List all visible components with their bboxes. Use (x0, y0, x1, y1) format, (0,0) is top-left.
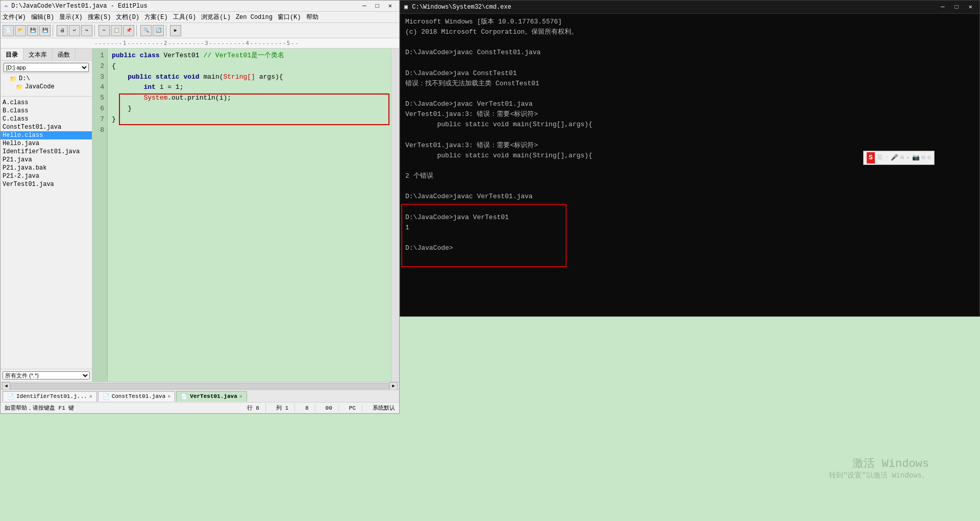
file-tree: [D:] app 📁 D:\ 📁 JavaCode (1, 61, 92, 92)
close-button[interactable]: ✕ (385, 2, 395, 10)
tree-item-d[interactable]: 📁 D:\ (2, 75, 91, 83)
cmd-minimize[interactable]: ─ (938, 4, 947, 11)
tab-label-1: ConstTest01.java (112, 393, 166, 399)
ime-grid[interactable]: ⊞ (900, 153, 904, 163)
windows-watermark: 激活 Windows 转到"设置"以激活 Windows。 (829, 456, 929, 480)
cmd-line-18 (405, 202, 974, 212)
menu-tools[interactable]: 工具(G) (173, 13, 197, 21)
bottom-tab-2[interactable]: 📄 VerTest01.java ✕ (176, 391, 247, 401)
file-item-4[interactable]: Hello.class (1, 131, 92, 139)
file-item-10[interactable]: VerTest01.java (1, 180, 92, 188)
run-btn[interactable]: ▶ (170, 25, 181, 36)
desktop-area: 激活 Windows 转到"设置"以激活 Windows。 (400, 317, 980, 521)
menu-file[interactable]: 文件(W) (3, 13, 26, 21)
menu-edit[interactable]: 编辑(B) (31, 13, 55, 21)
tab-icon-1: 📄 (103, 393, 110, 400)
menu-browser[interactable]: 浏览器(L) (201, 13, 231, 21)
cmd-line-5: D:\JavaCode>java ConstTest01 (405, 68, 974, 79)
sep4 (166, 25, 168, 36)
paste-btn[interactable]: 📌 (123, 25, 134, 36)
tree-item-javacode[interactable]: 📁 JavaCode (2, 83, 91, 91)
cmd-line-7 (405, 89, 974, 99)
ime-cam[interactable]: 📷 (912, 153, 920, 163)
menu-zencoding[interactable]: Zen Coding (236, 14, 273, 21)
ime-star[interactable]: ✦ (906, 153, 910, 163)
file-item-7[interactable]: P21.java (1, 156, 92, 164)
redo-btn[interactable]: ↪ (81, 25, 92, 36)
watermark-line2: 转到"设置"以激活 Windows。 (829, 471, 929, 480)
file-item-2[interactable]: C.class (1, 115, 92, 123)
menu-scheme[interactable]: 方案(E) (144, 13, 168, 21)
file-item-9[interactable]: P21-2.java (1, 172, 92, 180)
file-item-8[interactable]: P21.java.bak (1, 164, 92, 172)
cmd-line-16 (405, 181, 974, 192)
editplus-title: D:\JavaCode\VerTest01.java - EditPlus (11, 3, 147, 10)
tree-item-d-label: D:\ (19, 75, 30, 82)
menu-search[interactable]: 搜索(S) (88, 13, 111, 21)
undo-btn[interactable]: ↩ (69, 25, 80, 36)
maximize-button[interactable]: □ (373, 3, 382, 10)
sep2 (94, 25, 96, 36)
cmd-line-2 (405, 37, 974, 48)
print-button[interactable]: 🖨 (57, 25, 68, 36)
find-btn[interactable]: 🔍 (140, 25, 152, 36)
open-button[interactable]: 📂 (15, 25, 26, 36)
status-encoding: 系统默认 (373, 404, 395, 412)
bottom-tab-1[interactable]: 📄 ConstTest01.java ✕ (98, 391, 176, 401)
scroll-left[interactable]: ◀ (2, 382, 10, 390)
menubar: 文件(W) 编辑(B) 显示(X) 搜索(S) 文档(D) 方案(E) 工具(G… (1, 12, 399, 23)
tab-functions[interactable]: 函数 (53, 49, 76, 60)
sidebar-tabs: 目录 文本库 函数 (1, 49, 92, 61)
menu-doc[interactable]: 文档(D) (116, 13, 139, 21)
toolbar: 📄 📂 💾 💾 🖨 ↩ ↪ ✂ 📋 📌 🔍 🔄 ▶ (1, 23, 399, 38)
status-num00: 00 (326, 405, 339, 411)
tab-close-0[interactable]: ✕ (89, 393, 92, 399)
cmd-line-10: public static void main(String[],args){ (405, 120, 974, 130)
ruler: -------1---------2---------3---------4--… (1, 38, 399, 49)
status-bar: 如需帮助，请按键盘 F1 键 行 8 列 1 8 00 PC 系统默认 (1, 402, 399, 413)
ime-toolbar: S 英 · 🎤 ⊞ ✦ 📷 ⊞ ⚙ (863, 151, 935, 165)
ime-settings[interactable]: ⚙ (927, 153, 931, 163)
cmd-line-19: D:\JavaCode>java VerTest01 (405, 212, 974, 223)
file-item-6[interactable]: IdentifierTest01.java (1, 148, 92, 156)
tab-textlib[interactable]: 文本库 (23, 49, 53, 60)
file-filter[interactable]: 所有文件 (*.*) (3, 371, 90, 380)
tab-directory[interactable]: 目录 (1, 49, 23, 60)
sep3 (136, 25, 138, 36)
file-item-5[interactable]: Hello.java (1, 139, 92, 148)
ime-lang[interactable]: 英 (877, 153, 883, 163)
cmd-maximize[interactable]: □ (952, 4, 962, 11)
file-item-1[interactable]: B.class (1, 107, 92, 115)
code-content[interactable]: public class VerTest01 // VerTest01是一个类名… (108, 49, 391, 382)
saveall-button[interactable]: 💾 (39, 25, 51, 36)
new-button[interactable]: 📄 (3, 25, 14, 36)
tab-close-1[interactable]: ✕ (167, 393, 170, 399)
tab-close-2[interactable]: ✕ (239, 393, 242, 399)
ime-apps[interactable]: ⊞ (922, 153, 925, 163)
replace-btn[interactable]: 🔄 (153, 25, 164, 36)
drive-selector[interactable]: [D:] app (4, 63, 89, 72)
code-editor[interactable]: 1 2 3 4 5 6 7 8 public class VerTest01 /… (92, 49, 399, 382)
menu-help[interactable]: 帮助 (306, 13, 318, 21)
ime-mic[interactable]: 🎤 (891, 153, 898, 163)
scroll-right[interactable]: ▶ (389, 382, 398, 390)
cut-btn[interactable]: ✂ (99, 25, 110, 36)
cmd-window: ▣ C:\Windows\System32\cmd.exe ─ □ ✕ Micr… (400, 0, 980, 317)
minimize-button[interactable]: ─ (359, 3, 369, 10)
file-item-3[interactable]: ConstTest01.java (1, 123, 92, 131)
status-row: 行 8 (247, 404, 266, 412)
file-item-0[interactable]: A.class (1, 99, 92, 107)
vertical-scrollbar[interactable] (391, 49, 399, 382)
tab-label-0: IdentifierTest01.j... (16, 393, 87, 399)
tree-item-javacode-label: JavaCode (25, 83, 55, 90)
ime-separator: · (885, 153, 889, 163)
bottom-tab-0[interactable]: 📄 IdentifierTest01.j... ✕ (3, 391, 97, 401)
save-button[interactable]: 💾 (27, 25, 38, 36)
cmd-line-9: VerTest01.java:3: 错误：需要<标识符> (405, 109, 974, 120)
cmd-close[interactable]: ✕ (966, 3, 975, 11)
menu-view[interactable]: 显示(X) (59, 13, 83, 21)
menu-window[interactable]: 窗口(K) (278, 13, 301, 21)
bottom-nav: ◀ ▶ (1, 382, 399, 390)
cmd-line-22: D:\JavaCode> (405, 243, 974, 253)
copy-btn[interactable]: 📋 (111, 25, 122, 36)
